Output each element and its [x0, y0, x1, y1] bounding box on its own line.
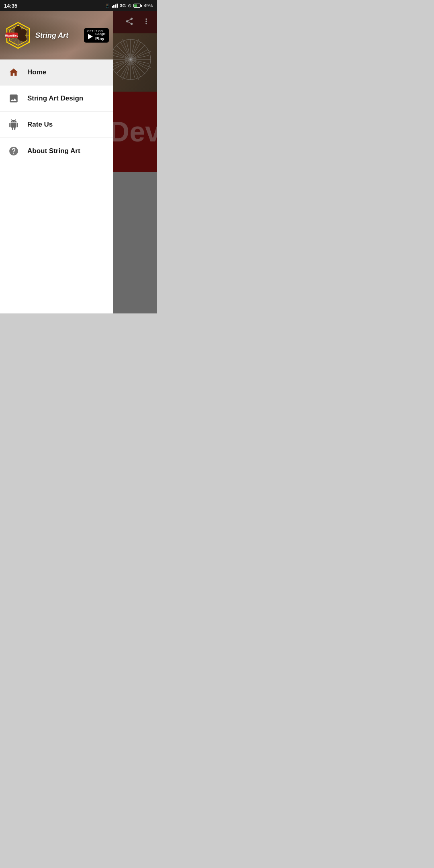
google-text: Google [95, 33, 106, 36]
app-name-header: String Art [35, 31, 81, 40]
sim-icon: 📱 [105, 4, 110, 8]
menu-item-about[interactable]: About String Art [0, 138, 113, 164]
signal-bars [112, 4, 118, 8]
menu-label-rate-us: Rate Us [27, 121, 53, 129]
status-bar: 14:35 📱 3G ⊙ 49% [0, 0, 157, 11]
drawer-header: RigariDev String Art GET IT ON Google [0, 11, 113, 59]
android-icon [8, 119, 19, 130]
battery-percent: 49% [144, 3, 153, 8]
hex-logo: RigariDev [4, 21, 32, 49]
menu-label-home: Home [27, 68, 46, 76]
home-icon [8, 67, 19, 78]
status-time: 14:35 [4, 3, 17, 9]
menu-item-home[interactable]: Home [0, 59, 113, 86]
image-icon [8, 93, 19, 104]
wifi-icon: ⊙ [128, 3, 131, 8]
question-icon [8, 145, 19, 157]
network-type: 3G [120, 3, 126, 8]
battery-indicator [133, 4, 142, 8]
play-store-icon [87, 33, 94, 40]
menu-item-string-art-design[interactable]: String Art Design [0, 86, 113, 112]
google-play-badge[interactable]: GET IT ON Google Play [84, 28, 109, 43]
drawer-menu: Home String Art Design [0, 59, 113, 313]
main-container: Dev [0, 11, 157, 313]
svg-text:RigariDev: RigariDev [5, 34, 18, 37]
status-right-icons: 📱 3G ⊙ 49% [105, 3, 153, 8]
menu-item-rate-us[interactable]: Rate Us [0, 112, 113, 138]
menu-label-string-art: String Art Design [27, 94, 83, 102]
play-text: Play [95, 36, 106, 41]
menu-label-about: About String Art [27, 147, 80, 155]
navigation-drawer: RigariDev String Art GET IT ON Google [0, 11, 113, 313]
